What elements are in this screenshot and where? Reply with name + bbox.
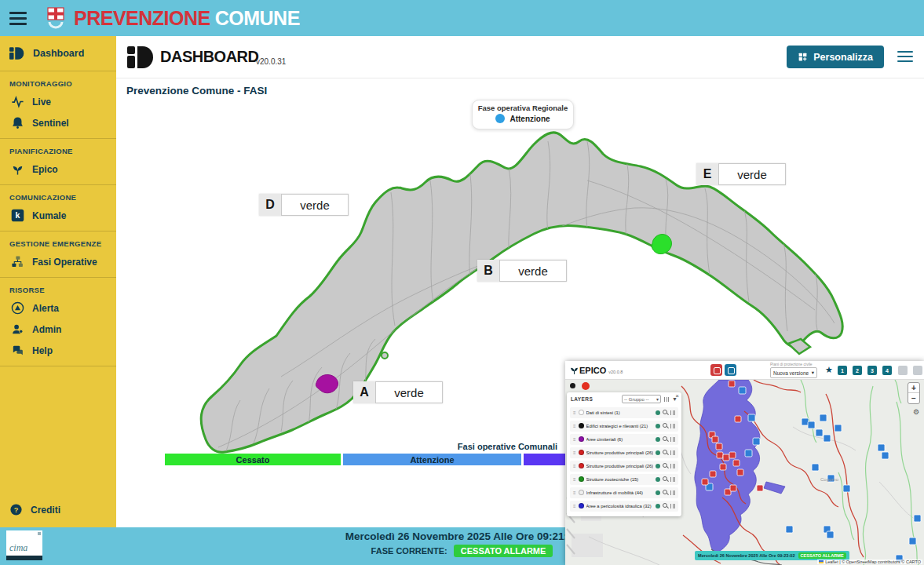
sidebar-item-live[interactable]: Live <box>0 91 116 112</box>
zone-label-E[interactable]: E verde <box>696 163 786 185</box>
zone-label-D[interactable]: D verde <box>259 194 349 216</box>
visibility-icon[interactable] <box>656 490 660 495</box>
layer-row[interactable]: ≡Strutture produttive principali (26) <box>570 447 678 459</box>
layer-color-dot <box>579 423 584 428</box>
phase-status-dot <box>495 114 505 123</box>
status-dot-red[interactable] <box>582 382 590 390</box>
zone-label-B[interactable]: B verde <box>477 260 567 282</box>
sidebar-item-alerta[interactable]: Alerta <box>0 297 116 319</box>
page-button-disabled-1 <box>898 366 908 375</box>
visibility-icon[interactable] <box>656 410 660 415</box>
layer-menu-icon[interactable] <box>670 450 675 455</box>
zone-label-A[interactable]: A verde <box>353 381 443 403</box>
sidebar-item-epico[interactable]: Epico <box>0 159 116 180</box>
visibility-icon[interactable] <box>656 437 660 442</box>
visibility-icon[interactable] <box>656 424 660 428</box>
sidebar-section-monitoraggio: MONITORAGGIO Live Sentinel <box>0 71 116 139</box>
epico-map[interactable]: Cogorno + − ⚙ LAYERS -- Gruppo --▾ ▼ × ≡… <box>565 380 924 565</box>
zoom-to-layer-icon[interactable] <box>663 463 668 468</box>
sidebar-item-label: Admin <box>32 324 61 335</box>
status-dot-black[interactable] <box>570 383 575 388</box>
layer-menu-icon[interactable] <box>670 437 675 442</box>
drag-handle-icon[interactable]: ≡ <box>573 424 576 428</box>
layers-copy-icon[interactable] <box>664 397 669 402</box>
dashboard-logo-icon <box>126 45 156 70</box>
sidebar-item-help[interactable]: Help <box>0 340 116 361</box>
zoom-out-button[interactable]: − <box>908 393 919 403</box>
layer-menu-icon[interactable] <box>670 504 675 508</box>
layer-row[interactable]: ≡Dati di sintesi (1) <box>570 407 678 419</box>
layer-color-dot <box>579 436 584 442</box>
visibility-icon[interactable] <box>656 504 660 508</box>
visibility-icon[interactable] <box>656 450 660 455</box>
layer-menu-icon[interactable] <box>670 424 675 428</box>
page-button-1[interactable]: 1 <box>838 366 847 375</box>
zoom-to-layer-icon[interactable] <box>663 436 668 442</box>
layer-menu-icon[interactable] <box>670 410 675 415</box>
zoom-to-layer-icon[interactable] <box>663 476 668 482</box>
layer-menu-icon[interactable] <box>670 477 675 482</box>
admin-icon <box>11 323 24 336</box>
sidebar-item-fasi-operative[interactable]: Fasi Operative <box>0 251 116 272</box>
drag-handle-icon[interactable]: ≡ <box>573 504 576 508</box>
inset-datetime: Mercoledì 26 Novembre 2025 Alle Ore 09:2… <box>698 553 795 558</box>
visibility-icon[interactable] <box>656 477 660 482</box>
zoom-in-button[interactable]: + <box>908 383 919 393</box>
app-brand: PREVENZIONECOMUNE <box>44 6 300 30</box>
layers-title: LAYERS <box>571 396 619 402</box>
sidebar-item-crediti[interactable]: ? Crediti <box>0 497 116 523</box>
flood-tool-icon[interactable] <box>710 364 722 376</box>
zoom-to-layer-icon[interactable] <box>663 410 668 415</box>
layer-row[interactable]: ≡Strutture zootecniche (15) <box>570 474 678 486</box>
orgchart-icon <box>11 255 24 268</box>
drag-handle-icon[interactable]: ≡ <box>573 477 576 482</box>
close-icon[interactable]: × <box>675 392 679 399</box>
page-button-4[interactable]: 4 <box>882 366 892 375</box>
page-button-2[interactable]: 2 <box>853 366 862 375</box>
sidebar: Dashboard MONITORAGGIO Live Sentinel PIA… <box>0 36 116 527</box>
epico-title: EPICO <box>579 366 606 375</box>
customize-grid-icon <box>798 52 808 62</box>
zoom-to-layer-icon[interactable] <box>663 423 668 428</box>
svg-text:?: ? <box>14 506 19 514</box>
personalize-button[interactable]: Personalizza <box>787 46 884 68</box>
sidebar-item-dashboard[interactable]: Dashboard <box>0 36 116 71</box>
star-icon[interactable]: ★ <box>825 365 833 375</box>
sidebar-item-kumale[interactable]: k Kumale <box>0 205 116 226</box>
flag-icon <box>819 560 824 563</box>
sidebar-item-sentinel[interactable]: Sentinel <box>0 112 116 133</box>
zoom-to-layer-icon[interactable] <box>663 503 668 508</box>
chevron-down-icon: ▾ <box>812 370 814 376</box>
layer-row[interactable]: ≡Strutture produttive principali (26) <box>570 461 678 472</box>
drag-handle-icon[interactable]: ≡ <box>573 437 576 442</box>
layer-menu-icon[interactable] <box>670 490 675 495</box>
zoom-to-layer-icon[interactable] <box>663 490 668 495</box>
hydro-tool-icon[interactable] <box>725 364 736 376</box>
visibility-icon[interactable] <box>656 464 660 468</box>
header-menu-icon[interactable] <box>897 48 913 65</box>
drag-handle-icon[interactable]: ≡ <box>573 464 576 468</box>
layer-menu-icon[interactable] <box>670 464 675 468</box>
section-label: RISORSE <box>0 283 116 297</box>
zone-value: verde <box>499 260 567 282</box>
plans-select[interactable]: Nuova versione▾ <box>770 367 817 378</box>
layer-row[interactable]: ≡Edifici strategici e rilevanti (21) <box>570 421 678 432</box>
drag-handle-icon[interactable]: ≡ <box>573 410 576 415</box>
layer-label: Strutture zootecniche (15) <box>586 477 653 482</box>
menu-icon[interactable] <box>9 12 27 25</box>
drag-handle-icon[interactable]: ≡ <box>573 490 576 495</box>
group-select[interactable]: -- Gruppo --▾ <box>622 395 661 403</box>
page-button-3[interactable]: 3 <box>867 366 877 375</box>
layer-row[interactable]: ≡Aree a pericolosità idraulica (32) <box>570 501 678 512</box>
layer-row[interactable]: ≡Infrastrutture di mobilità (44) <box>570 487 678 499</box>
legend-title: Fasi operative Comunali <box>361 442 557 451</box>
zoom-to-layer-icon[interactable] <box>663 450 668 455</box>
drag-handle-icon[interactable]: ≡ <box>573 450 576 455</box>
sidebar-item-label: Alerta <box>32 303 59 314</box>
layer-color-dot <box>579 503 584 508</box>
gear-icon[interactable]: ⚙ <box>913 408 919 416</box>
kumale-icon: k <box>11 209 24 222</box>
legend-bar-label: Cessato <box>236 455 270 465</box>
layer-row[interactable]: ≡Aree cimiteriali (6) <box>570 434 678 446</box>
sidebar-item-admin[interactable]: Admin <box>0 319 116 340</box>
